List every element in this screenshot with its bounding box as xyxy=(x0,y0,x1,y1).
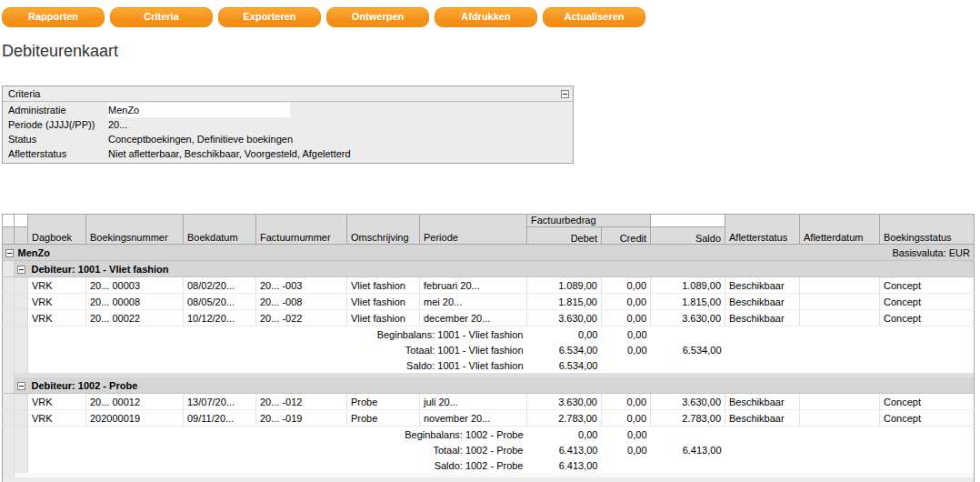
summary-saldo xyxy=(651,457,725,473)
indent-cell xyxy=(15,342,28,357)
cell-periode: februari 20... xyxy=(420,277,527,294)
summary-row: Totaal: 1002 - Probe6.413,000,006.413,00 xyxy=(3,442,975,457)
criteria-row-status: Status Conceptboekingen, Definitieve boe… xyxy=(3,132,573,146)
administration-label: MenZo xyxy=(18,247,50,258)
criteria-value-administratie: MenZo xyxy=(108,103,290,117)
indent-cell xyxy=(15,294,28,310)
summary-saldo: 6.413,00 xyxy=(651,442,725,457)
cell-credit: 0,00 xyxy=(602,294,651,310)
cell-boekingsnummer: 20... 00008 xyxy=(86,294,184,310)
indent-cell xyxy=(3,326,15,343)
col-header-periode: Periode xyxy=(420,215,527,245)
col-header-credit: Credit xyxy=(602,227,651,245)
indent-cell xyxy=(15,277,28,294)
cell-debet: 2.783,00 xyxy=(527,410,602,427)
cell-credit: 0,00 xyxy=(602,394,651,410)
collapse-icon[interactable] xyxy=(17,266,25,274)
summary-trailing xyxy=(725,427,975,443)
cell-omschrijving: Vliet fashion xyxy=(347,277,420,294)
cell-factuurnummer: 20... -003 xyxy=(256,277,347,294)
col-header-afletterstatus: Afletterstatus xyxy=(725,215,800,245)
cell-omschrijving: Vliet fashion xyxy=(347,310,420,326)
cell-credit: 0,00 xyxy=(602,277,651,294)
summary-trailing xyxy=(725,357,975,373)
transaction-row[interactable]: VRK20... 0002210/12/20...20... -022Vliet… xyxy=(3,310,975,326)
cell-boekingsstatus: Concept xyxy=(880,294,975,310)
cell-boekdatum: 08/02/20... xyxy=(184,277,256,294)
transaction-row[interactable]: VRK20... 0000308/02/20...20... -003Vliet… xyxy=(3,277,975,294)
indent-cell xyxy=(15,457,28,473)
summary-debet: 6.413,00 xyxy=(527,457,602,473)
cell-boekdatum: 13/07/20... xyxy=(184,394,256,410)
cell-afletterstatus: Beschikbaar xyxy=(725,310,800,326)
indent-cell xyxy=(15,427,28,443)
afdrukken-button[interactable]: Afdrukken xyxy=(435,7,537,27)
actualiseren-button[interactable]: Actualiseren xyxy=(543,7,645,27)
cell-omschrijving: Probe xyxy=(347,410,420,427)
cell-boekingsnummer: 202000019 xyxy=(86,410,184,427)
col-header-boekingsstatus: Boekingsstatus xyxy=(880,215,975,245)
criteria-button[interactable]: Criteria xyxy=(110,7,213,27)
debtor-group-row: Debiteur: 1001 - Vliet fashion xyxy=(3,261,975,277)
cell-afletterstatus: Beschikbaar xyxy=(725,394,800,410)
summary-row: Saldo: 1002 - Probe6.413,00 xyxy=(3,457,975,473)
cell-factuurnummer: 20... -012 xyxy=(256,394,347,410)
rapporten-button[interactable]: Rapporten xyxy=(2,7,105,27)
indent-cell xyxy=(3,427,15,443)
summary-row: Totaal: 1001 - Vliet fashion6.534,000,00… xyxy=(3,342,975,357)
cell-boekdatum: 09/11/20... xyxy=(184,410,256,427)
col-header-boekingsnummer: Boekingsnummer xyxy=(86,215,184,245)
exporteren-button[interactable]: Exporteren xyxy=(218,7,321,27)
cell-boekingsstatus: Concept xyxy=(880,410,975,427)
criteria-label: Status xyxy=(3,132,108,146)
summary-label: Beginbalans: 1002 - Probe xyxy=(28,427,527,443)
cell-factuurnummer: 20... -019 xyxy=(256,410,347,427)
summary-credit xyxy=(602,457,651,473)
transaction-row[interactable]: VRK20200001909/11/20...20... -019Probeno… xyxy=(3,410,975,427)
cell-factuurnummer: 20... -008 xyxy=(256,294,347,310)
criteria-row-periode: Periode (JJJJ(/PP)) 20... xyxy=(3,117,573,132)
criteria-value-periode: 20... xyxy=(108,117,127,132)
col-header-factuurnummer: Factuurnummer xyxy=(256,215,347,245)
cell-dagboek: VRK xyxy=(28,277,86,294)
summary-label: Totaal: 1002 - Probe xyxy=(28,442,527,457)
cell-afletterdatum xyxy=(800,294,880,310)
indent-cell xyxy=(3,377,15,394)
cell-afletterstatus: Beschikbaar xyxy=(725,410,800,427)
indent-cell xyxy=(15,442,28,457)
ontwerpen-button[interactable]: Ontwerpen xyxy=(326,7,429,27)
cell-periode: juli 20... xyxy=(420,394,527,410)
summary-credit xyxy=(602,357,651,373)
group-toggle-cell xyxy=(15,477,28,482)
group-toggle-cell xyxy=(15,377,28,394)
cell-boekingsnummer: 20... 00022 xyxy=(86,310,184,326)
report-table-body: MenZoBasisvaluta: EURDebiteur: 1001 - Vl… xyxy=(3,245,975,482)
transaction-row[interactable]: VRK20... 0001213/07/20...20... -012Probe… xyxy=(3,394,975,410)
collapse-icon[interactable] xyxy=(5,249,14,257)
criteria-value-status: Conceptboekingen, Definitieve boekingen xyxy=(108,132,293,146)
indent-cell xyxy=(15,410,28,427)
indent-cell xyxy=(15,326,28,343)
cell-debet: 3.630,00 xyxy=(527,310,602,326)
cell-dagboek: VRK xyxy=(28,310,86,326)
collapse-criteria-icon[interactable] xyxy=(561,90,569,98)
col-header-dagboek: Dagboek xyxy=(28,215,86,245)
transaction-row[interactable]: VRK20... 0000808/05/20...20... -008Vliet… xyxy=(3,294,975,310)
collapse-icon[interactable] xyxy=(17,382,25,390)
cell-saldo: 1.815,00 xyxy=(651,294,725,310)
summary-row: Saldo: 1001 - Vliet fashion6.534,00 xyxy=(3,357,975,373)
summary-row: Beginbalans: 1001 - Vliet fashion0,000,0… xyxy=(3,326,975,343)
header-indent-1b xyxy=(3,227,15,245)
summary-trailing xyxy=(725,342,975,357)
summary-saldo xyxy=(651,326,725,343)
indent-cell xyxy=(3,394,15,410)
cell-afletterdatum xyxy=(800,310,880,326)
criteria-label: Afletterstatus xyxy=(3,146,108,161)
summary-debet: 6.534,00 xyxy=(527,357,602,373)
summary-debet: 6.534,00 xyxy=(527,342,602,357)
criteria-panel-header: Criteria xyxy=(3,86,573,102)
cell-afletterdatum xyxy=(800,410,880,427)
cell-afletterstatus: Beschikbaar xyxy=(725,294,800,310)
summary-saldo xyxy=(651,357,725,373)
indent-cell xyxy=(3,277,15,294)
